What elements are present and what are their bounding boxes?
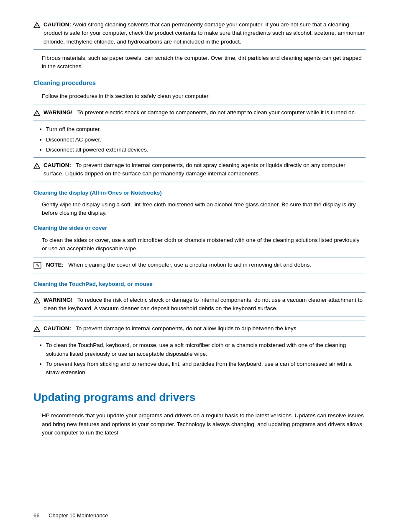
svg-text:✎: ✎ <box>36 263 39 268</box>
footer-chapter: Chapter 10 Maintenance <box>49 512 108 519</box>
warning-1-label: WARNING! <box>43 109 73 116</box>
warning-icon-1: ! <box>33 109 41 117</box>
caution-box-1: ! CAUTION: Avoid strong cleaning solvent… <box>33 17 366 50</box>
svg-text:!: ! <box>36 299 38 303</box>
caution-3-text: To prevent damage to internal components… <box>76 325 298 332</box>
footer: 66 Chapter 10 Maintenance <box>33 511 108 520</box>
svg-text:!: ! <box>36 24 38 28</box>
svg-text:!: ! <box>36 112 38 116</box>
bullet-item-1: Turn off the computer. <box>46 125 366 134</box>
bullet-item-2: Disconnect AC power. <box>46 136 366 144</box>
warning-box-2: ! WARNING! To reduce the risk of electri… <box>33 292 366 317</box>
cleaning-sides-text: To clean the sides or cover, use a soft … <box>42 236 366 253</box>
note-1-text: When cleaning the cover of the computer,… <box>68 262 311 268</box>
cleaning-display-heading: Cleaning the display (All-in-Ones or Not… <box>33 189 366 197</box>
cleaning-display-text: Gently wipe the display using a soft, li… <box>42 200 366 218</box>
note-1-content: NOTE: When cleaning the cover of the com… <box>46 261 311 269</box>
warning-icon-2: ! <box>33 296 41 305</box>
note-icon-1: ✎ <box>33 261 42 270</box>
updating-heading: Updating programs and drivers <box>33 389 366 406</box>
note-box-1: ✎ NOTE: When cleaning the cover of the c… <box>33 257 366 273</box>
warning-2-content: WARNING! To reduce the risk of electric … <box>43 296 366 313</box>
warning-box-1: ! WARNING! To prevent electric shock or … <box>33 105 366 121</box>
caution-1-text: Avoid strong cleaning solvents that can … <box>43 21 366 45</box>
caution-icon-1: ! <box>33 21 41 29</box>
caution-box-3: ! CAUTION: To prevent damage to internal… <box>33 321 366 337</box>
caution-2-content: CAUTION: To prevent damage to internal c… <box>43 161 366 178</box>
footer-page-number: 66 <box>33 512 39 519</box>
svg-text:!: ! <box>36 165 38 169</box>
caution-box-2: ! CAUTION: To prevent damage to internal… <box>33 157 366 182</box>
bullet-item-3: Disconnect all powered external devices. <box>46 146 366 154</box>
caution-2-text: To prevent damage to internal components… <box>43 162 345 177</box>
caution-2-label: CAUTION: <box>43 162 71 168</box>
touchpad-bullet-1: To clean the TouchPad, keyboard, or mous… <box>46 341 366 358</box>
touchpad-bullet-2: To prevent keys from sticking and to rem… <box>46 360 366 377</box>
caution-icon-3: ! <box>33 325 41 333</box>
cleaning-procedures-intro: Follow the procedures in this section to… <box>42 92 366 100</box>
cleaning-sides-heading: Cleaning the sides or cover <box>33 224 366 232</box>
procedures-bullet-list: Turn off the computer. Disconnect AC pow… <box>46 125 366 154</box>
updating-text: HP recommends that you update your progr… <box>42 411 366 437</box>
caution-1-content: CAUTION: Avoid strong cleaning solvents … <box>43 21 366 46</box>
warning-1-text: To prevent electric shock or damage to c… <box>77 109 356 116</box>
caution-icon-2: ! <box>33 162 41 170</box>
caution-3-content: CAUTION: To prevent damage to internal c… <box>43 324 298 333</box>
note-1-label: NOTE: <box>46 262 64 268</box>
warning-1-content: WARNING! To prevent electric shock or da… <box>43 108 356 117</box>
cleaning-touchpad-heading: Cleaning the TouchPad, keyboard, or mous… <box>33 280 366 288</box>
svg-text:!: ! <box>36 328 38 332</box>
cleaning-procedures-heading: Cleaning procedures <box>33 78 366 88</box>
fibrous-text: Fibrous materials, such as paper towels,… <box>42 54 366 71</box>
caution-1-label: CAUTION: <box>43 21 71 28</box>
caution-3-label: CAUTION: <box>43 325 71 332</box>
warning-2-text: To reduce the risk of electric shock or … <box>43 297 363 311</box>
touchpad-bullet-list: To clean the TouchPad, keyboard, or mous… <box>46 341 366 377</box>
warning-2-label: WARNING! <box>43 297 73 303</box>
